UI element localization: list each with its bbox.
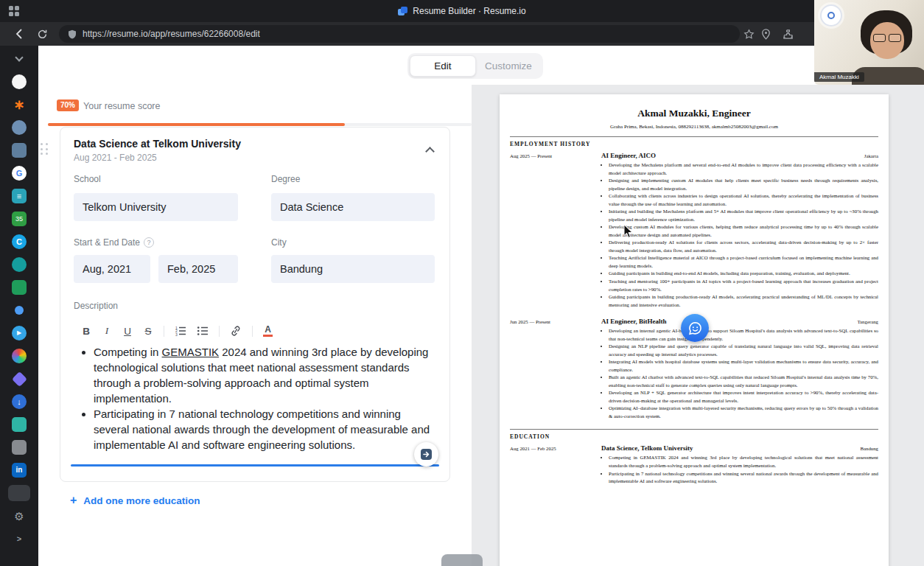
bold-button[interactable]: B — [81, 324, 91, 338]
city-input[interactable] — [271, 255, 435, 283]
google-icon-glyph: G — [12, 166, 27, 181]
blue-dot-extension-icon[interactable] — [10, 302, 29, 318]
mode-tabs: Edit Customize — [407, 53, 543, 79]
resume-section: EMPLOYMENT HISTORYAug 2025 — PresentAI E… — [510, 136, 878, 420]
tab-edit[interactable]: Edit — [410, 55, 476, 77]
chevron-down-icon[interactable] — [10, 51, 29, 67]
resume-entry-main: AI Engineer, AICOJakartaDeveloping the M… — [601, 152, 878, 309]
strikethrough-button[interactable]: S — [143, 324, 153, 338]
resume-score-label: Your resume score — [83, 101, 160, 111]
active-window-icon-glyph — [12, 486, 27, 500]
help-icon[interactable]: ? — [144, 237, 154, 248]
sheets-extension-icon[interactable] — [10, 279, 29, 296]
resume-sections: EMPLOYMENT HISTORYAug 2025 — PresentAI E… — [510, 136, 878, 486]
resume-section-heading: EMPLOYMENT HISTORY — [510, 141, 878, 147]
bullet-list-icon — [197, 326, 209, 336]
italic-button[interactable]: I — [102, 324, 112, 338]
burst-extension-icon-glyph: ∗ — [12, 97, 27, 112]
link-button[interactable] — [230, 324, 242, 338]
c-extension-icon-glyph: C — [12, 234, 27, 249]
resume-score-progress-fill — [48, 123, 345, 126]
resume-bullet: Integrating AI models with hospital data… — [609, 358, 878, 374]
sphere-extension-icon[interactable] — [10, 348, 29, 364]
school-label: School — [74, 174, 101, 184]
globe-icon[interactable] — [10, 119, 29, 136]
resume-bullet: Developing an internal agentic AI-based … — [609, 327, 878, 343]
blue-dot-extension-icon-glyph — [15, 306, 24, 315]
writing-assistant-button[interactable] — [414, 442, 438, 467]
resume-bullet: Developing the Mechalens platform and se… — [609, 161, 878, 177]
city-label: City — [271, 237, 287, 248]
add-education-link[interactable]: + Add one more education — [70, 494, 200, 507]
help-chat-button[interactable] — [681, 314, 709, 342]
resume-entry-header: AI Engineer, BitHealthTangerang — [601, 318, 878, 325]
teal-circle-extension-icon[interactable] — [10, 256, 29, 273]
linkedin-icon[interactable]: in — [10, 462, 29, 478]
active-window-icon[interactable] — [8, 485, 30, 501]
app-area: Edit Customize ⚙ 70% Your resume score D… — [38, 46, 924, 566]
resume-entry-bullets: Developing the Mechalens platform and se… — [601, 161, 878, 309]
refresh-button[interactable] — [35, 27, 49, 41]
resume-entry-title: AI Engineer, AICO — [601, 152, 656, 159]
location-pin-button[interactable] — [759, 27, 772, 41]
school-input[interactable] — [74, 193, 238, 221]
teal-square-extension-icon[interactable] — [10, 416, 29, 433]
burst-extension-icon[interactable]: ∗ — [10, 97, 29, 113]
collapse-chevron-icon[interactable] — [425, 147, 435, 156]
plus-icon: + — [70, 494, 77, 507]
github-icon[interactable] — [10, 74, 29, 90]
tab-title: Resume Builder · Resume.io — [413, 6, 525, 16]
browser-tabstrip: Resume Builder · Resume.io — [0, 0, 924, 22]
globe-icon-glyph — [12, 120, 27, 135]
ordered-list-button[interactable]: 123 — [175, 324, 186, 338]
google-icon[interactable]: G — [10, 165, 29, 181]
text-color-bar — [263, 335, 273, 337]
browser-toolbar: https://resume.io/app/resumes/62266008/e… — [0, 22, 924, 46]
grey-extension-icon[interactable] — [10, 439, 29, 455]
notes-extension-icon-glyph: ≡ — [12, 189, 27, 203]
sphere-extension-icon-glyph — [12, 349, 27, 363]
resume-entry-title: Data Science, Telkom University — [601, 444, 693, 452]
download-arrow-icon[interactable]: ↓ — [10, 394, 29, 410]
resume-bullet: Teaching Artificial Intelligence materia… — [609, 254, 878, 270]
resume-score-progress — [48, 123, 472, 126]
drag-handle[interactable] — [41, 143, 50, 156]
toolbar-separator — [164, 326, 164, 337]
resume-entry-main: AI Engineer, BitHealthTangerangDevelopin… — [601, 318, 878, 420]
teal-square-extension-icon-glyph — [12, 417, 27, 432]
browser-tab[interactable]: Resume Builder · Resume.io — [0, 0, 924, 22]
c-extension-icon[interactable]: C — [10, 234, 29, 250]
telegram-icon[interactable]: ▶ — [10, 325, 29, 341]
resume-entry-title: AI Engineer, BitHealth — [601, 318, 666, 325]
chat-bubble-icon — [688, 321, 702, 335]
linkedin-icon-glyph: in — [12, 463, 27, 478]
text-color-button[interactable]: A — [263, 325, 273, 337]
scroll-indicator[interactable] — [441, 554, 483, 566]
notes-extension-icon[interactable]: ≡ — [10, 188, 29, 204]
resume-contact: Graha Prima, Bekasi, Indonesia, 08829211… — [510, 124, 878, 130]
resume-bullet: Guiding participants in building end-to-… — [609, 270, 878, 278]
diamond-extension-icon[interactable] — [10, 371, 29, 387]
end-date-input[interactable] — [158, 255, 238, 283]
extensions-button[interactable] — [781, 27, 794, 41]
toolbar-separator — [252, 326, 253, 337]
gear-icon[interactable]: ⚙ — [10, 508, 29, 524]
description-editor[interactable]: Competing in GEMASTIK 2024 and winning 3… — [71, 344, 439, 453]
start-date-input[interactable] — [74, 255, 150, 283]
url-bar[interactable]: https://resume.io/app/resumes/62266008/e… — [59, 25, 740, 43]
resume-entry-location: Bandung — [860, 446, 878, 451]
bullet-list-button[interactable] — [197, 324, 209, 338]
degree-input[interactable] — [271, 193, 435, 221]
pin-icon — [761, 29, 771, 40]
reader-extension-icon[interactable] — [10, 142, 29, 158]
badge-35-icon[interactable]: 35 — [10, 211, 29, 227]
tab-customize[interactable]: Customize — [476, 55, 541, 77]
bookmark-star-button[interactable] — [742, 27, 755, 41]
chevron-right-icon[interactable]: > — [10, 531, 29, 547]
add-education-label: Add one more education — [83, 495, 200, 506]
underline-button[interactable]: U — [122, 324, 133, 338]
description-bullet: Competing in GEMASTIK 2024 and winning 3… — [94, 344, 439, 406]
resume-entry-main: Data Science, Telkom UniversityBandungCo… — [601, 444, 878, 485]
back-button[interactable] — [13, 27, 26, 41]
star-icon — [743, 29, 755, 40]
